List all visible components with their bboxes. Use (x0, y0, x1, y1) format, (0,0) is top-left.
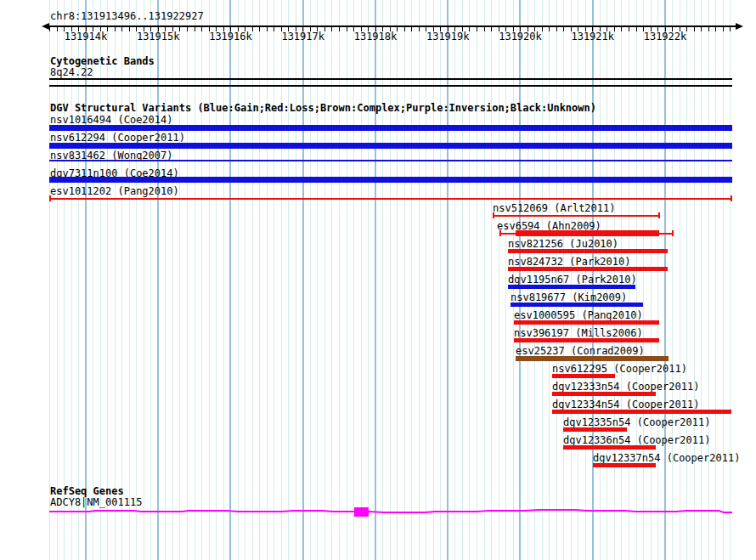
ruler-tick-label: 131919k (426, 31, 470, 42)
dgv-title: DGV Structural Variants (Blue:Gain;Red:L… (50, 103, 596, 114)
variant-label: nsv612294 (Cooper2011) (50, 133, 185, 143)
grid-major-line (375, 0, 376, 560)
right-arrow-icon (736, 23, 743, 30)
variant-label: nsv824732 (Park2010) (508, 257, 631, 267)
variant-feature[interactable] (493, 212, 660, 218)
variant-label: dgv12333n54 (Cooper2011) (552, 382, 699, 392)
ruler-tick-label: 131918k (354, 31, 398, 42)
genome-browser-view: chr8:131913496..131922927 131914k131915k… (0, 0, 756, 560)
variant-feature[interactable] (508, 249, 668, 253)
variant-label: dgv12334n54 (Cooper2011) (552, 399, 699, 410)
ruler-tick-label: 131917k (281, 31, 324, 42)
cytoband-label: 8q24.22 (50, 67, 93, 78)
variant-feature[interactable] (508, 285, 635, 289)
grid-major-line (302, 0, 304, 560)
variant-label: esv1000595 (Pang2010) (514, 310, 643, 320)
gene-label[interactable]: ADCY8|NM_001115 (50, 497, 142, 508)
grid-major-line (664, 0, 666, 560)
variant-feature[interactable] (563, 427, 627, 432)
ruler-tick-label: 131915k (137, 31, 180, 42)
variant-feature[interactable] (49, 160, 732, 161)
variant-label: nsv396197 (Mills2006) (514, 328, 643, 338)
variant-feature[interactable] (514, 338, 659, 342)
variant-label: dgv12335n54 (Cooper2011) (563, 417, 710, 427)
position-title: chr8:131913496..131922927 (50, 11, 204, 22)
cytoband-bar-edge (49, 85, 732, 87)
variant-label: nsv612295 (Cooper2011) (552, 364, 687, 374)
variant-feature[interactable] (49, 177, 732, 183)
ruler-tick-label: 131921k (571, 31, 614, 42)
variant-label: dgv12337n54 (Cooper2011) (593, 453, 740, 463)
variant-feature[interactable] (49, 143, 732, 149)
variant-feature[interactable] (593, 463, 656, 467)
grid-major-line (229, 0, 231, 560)
variant-feature[interactable] (49, 195, 732, 201)
variant-label: esv25237 (Conrad2009) (516, 346, 645, 356)
grid-major-line (157, 0, 159, 560)
variant-feature[interactable] (49, 125, 732, 131)
variant-feature[interactable] (511, 303, 643, 307)
ruler-tick-label: 131916k (209, 31, 252, 42)
variant-label: nsv819677 (Kim2009) (511, 292, 627, 303)
variant-feature[interactable] (563, 445, 656, 450)
ruler-tick-label: 131914k (65, 31, 108, 42)
variant-label: nsv1016494 (Coe2014) (50, 115, 173, 125)
grid-major-line (447, 0, 449, 560)
left-arrow-icon (42, 23, 49, 30)
variant-feature[interactable] (516, 356, 669, 361)
grid-major-line (85, 0, 87, 560)
variant-feature[interactable] (552, 374, 615, 378)
variant-label: dgv1195n67 (Park2010) (508, 274, 637, 285)
cytoband-bar[interactable] (49, 78, 732, 80)
variant-feature[interactable] (508, 267, 668, 271)
variant-feature[interactable] (552, 410, 731, 414)
variant-label: nsv821256 (Ju2010) (508, 239, 618, 249)
variant-label: dgv12336n54 (Cooper2011) (563, 435, 710, 445)
ruler-tick-label: 131922k (644, 31, 687, 42)
variant-feature[interactable] (499, 230, 674, 236)
ruler-tick-label: 131920k (499, 31, 542, 42)
variant-feature[interactable] (514, 320, 659, 325)
variant-feature[interactable] (552, 392, 656, 396)
